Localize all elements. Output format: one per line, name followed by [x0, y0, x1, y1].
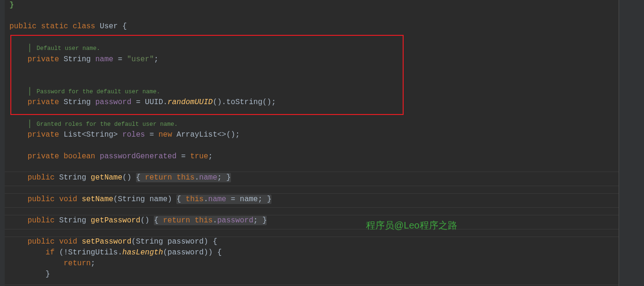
kw-class: class: [72, 22, 95, 31]
kw-return: return: [163, 216, 191, 225]
highlight-box: [10, 35, 404, 115]
kw-return: return: [64, 259, 91, 268]
field-roles: roles: [122, 131, 145, 139]
code-editor[interactable]: } public static class User { │ Default u…: [0, 0, 644, 286]
open-brace: {: [122, 22, 127, 31]
brace: }: [9, 1, 14, 9]
scrollbar-edge: [619, 0, 619, 286]
method-setPassword: setPassword: [82, 237, 132, 246]
kw-public: public: [27, 195, 55, 204]
close-brace: }: [46, 270, 50, 278]
kw-return: return: [145, 173, 172, 182]
kw-void: void: [59, 195, 77, 204]
method-getPassword: getPassword: [91, 216, 141, 225]
kw-this: this: [176, 173, 194, 182]
kw-if: if: [46, 248, 55, 257]
kw-private: private: [27, 131, 59, 139]
kw-this: this: [186, 195, 204, 204]
method-hasLength: hasLength: [122, 248, 163, 257]
bool-true: true: [190, 152, 208, 161]
kw-this: this: [195, 216, 213, 225]
kw-new: new: [159, 131, 172, 139]
kw-public: public: [27, 173, 55, 182]
kw-void: void: [59, 237, 77, 246]
kw-public: public: [27, 237, 55, 246]
scrollbar-track[interactable]: [619, 0, 644, 286]
watermark-text: 程序员@Leo程序之路: [366, 219, 457, 232]
method-getName: getName: [91, 173, 122, 182]
method-setName: setName: [82, 195, 113, 204]
kw-public: public: [9, 22, 37, 31]
editor-gutter: [0, 0, 5, 286]
kw-private: private: [27, 152, 59, 161]
kw-boolean: boolean: [64, 152, 95, 161]
class-name: User: [100, 22, 118, 31]
field-pwdgen: passwordGenerated: [100, 152, 176, 161]
javadoc: Granted roles for the default user name.: [37, 121, 178, 128]
kw-public: public: [27, 216, 55, 225]
kw-static: static: [41, 22, 68, 31]
